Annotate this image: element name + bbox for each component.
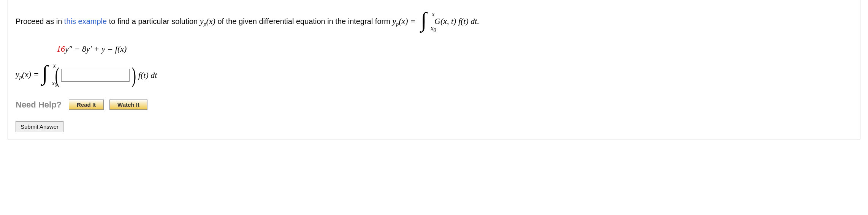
integral-symbol: ∫ x x0	[418, 11, 431, 33]
yp-symbol: yp(x)	[200, 16, 215, 26]
eq-body: y″ − 8y′ + y = f(x)	[65, 44, 127, 54]
answer-input[interactable]	[61, 69, 130, 82]
prompt-text: Proceed as in this example to find a par…	[16, 11, 852, 33]
watch-it-button[interactable]: Watch It	[109, 100, 147, 110]
eq-coef: 16	[57, 44, 65, 54]
answer-after: f(t) dt	[138, 70, 157, 80]
differential-equation: 16y″ − 8y′ + y = f(x)	[57, 44, 852, 54]
prompt-mid: to find a particular solution	[107, 17, 200, 25]
integrand: G(x, t) f(t) dt.	[434, 16, 479, 26]
answer-line: yp(x) = ∫ x x0 ( ) f(t) dt	[16, 65, 852, 86]
close-paren: )	[132, 65, 136, 86]
need-help-label: Need Help?	[16, 100, 62, 109]
submit-answer-button[interactable]: Submit Answer	[16, 121, 63, 132]
yp-eq: yp(x) =	[392, 16, 418, 26]
answer-lhs: yp(x) =	[16, 70, 39, 81]
read-it-button[interactable]: Read It	[69, 100, 104, 110]
integral-symbol-answer: ∫ x x0	[40, 65, 53, 86]
open-paren: (	[55, 65, 59, 86]
prompt-mid2: of the given differential equation in th…	[215, 17, 392, 25]
question-panel: Proceed as in this example to find a par…	[8, 0, 860, 139]
lower-bound: x0	[431, 24, 436, 35]
prompt-pre: Proceed as in	[16, 17, 64, 25]
upper-bound: x	[432, 9, 434, 19]
help-row: Need Help? Read It Watch It	[16, 100, 852, 110]
example-link[interactable]: this example	[64, 17, 107, 25]
